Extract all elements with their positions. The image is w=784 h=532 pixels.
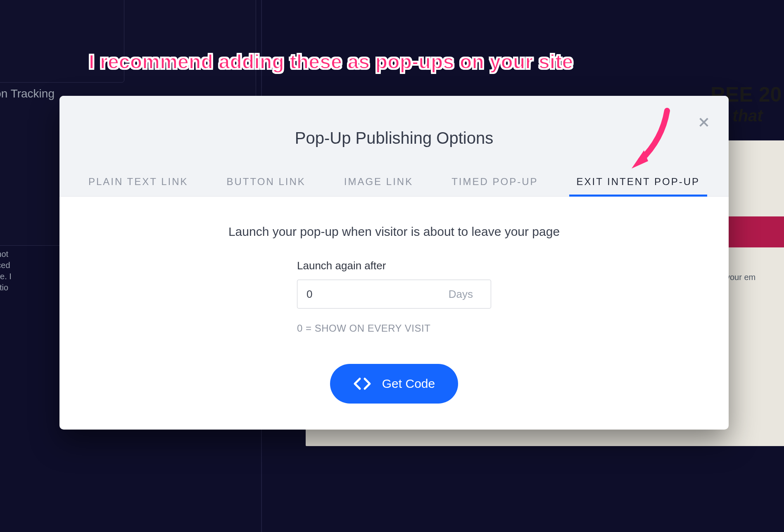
tab-timed-popup[interactable]: TIMED POP-UP xyxy=(447,167,542,196)
launch-again-input[interactable] xyxy=(297,280,491,309)
modal-title: Pop-Up Publishing Options xyxy=(59,96,729,147)
tab-button-link[interactable]: BUTTON LINK xyxy=(223,167,310,196)
field-input-row: Days xyxy=(297,280,491,309)
tab-image-link[interactable]: IMAGE LINK xyxy=(340,167,417,196)
tab-label: EXIT INTENT POP-UP xyxy=(577,176,700,188)
tab-label: IMAGE LINK xyxy=(344,176,413,188)
modal-tabs: PLAIN TEXT LINK BUTTON LINK IMAGE LINK T… xyxy=(59,167,729,197)
annotation-text: I recommend adding these as pop-ups on y… xyxy=(89,50,573,73)
get-code-button[interactable]: Get Code xyxy=(330,364,458,404)
launch-again-field: Launch again after Days 0 = SHOW ON EVER… xyxy=(297,259,491,334)
tab-exit-intent-popup[interactable]: EXIT INTENT POP-UP xyxy=(573,167,704,196)
modal-body: Launch your pop-up when visitor is about… xyxy=(59,197,729,420)
field-label: Launch again after xyxy=(297,259,491,272)
tab-plain-text-link[interactable]: PLAIN TEXT LINK xyxy=(84,167,192,196)
publishing-options-modal: Pop-Up Publishing Options PLAIN TEXT LIN… xyxy=(59,96,729,430)
tab-label: BUTTON LINK xyxy=(227,176,306,188)
modal-header: Pop-Up Publishing Options PLAIN TEXT LIN… xyxy=(59,96,729,197)
tab-label: PLAIN TEXT LINK xyxy=(88,176,188,188)
tab-label: TIMED POP-UP xyxy=(451,176,538,188)
lead-text: Launch your pop-up when visitor is about… xyxy=(228,225,560,239)
get-code-label: Get Code xyxy=(382,377,435,391)
code-icon xyxy=(353,377,371,390)
close-icon xyxy=(698,116,710,128)
close-button[interactable] xyxy=(696,114,712,131)
background-heading-2: ion Tracking xyxy=(0,87,55,100)
field-help-text: 0 = SHOW ON EVERY VISIT xyxy=(297,323,491,334)
